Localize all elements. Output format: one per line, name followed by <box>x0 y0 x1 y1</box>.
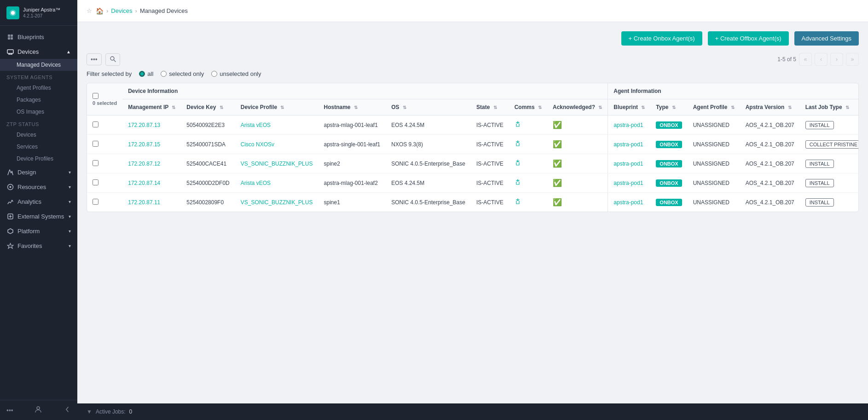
sidebar-item-favorites[interactable]: Favorites ▾ <box>0 238 77 253</box>
acknowledged-cell: ✅ <box>547 135 608 154</box>
sidebar-item-design[interactable]: Design ▾ <box>0 165 77 179</box>
blueprint-link[interactable]: apstra-pod1 <box>613 122 643 128</box>
sidebar-item-external-systems[interactable]: External Systems ▾ <box>0 209 77 224</box>
select-all-checkbox[interactable] <box>93 93 98 99</box>
comms-icon <box>515 179 521 187</box>
col-os[interactable]: OS ⇅ <box>386 99 471 115</box>
col-type[interactable]: Type ⇅ <box>650 99 687 115</box>
col-last-job-type[interactable]: Last Job Type ⇅ <box>800 99 859 115</box>
sidebar-item-resources[interactable]: Resources ▾ <box>0 179 77 194</box>
hostname-cell: apstra-single-001-leaf1 <box>318 135 386 154</box>
blueprint-cell: apstra-pod1 <box>608 193 651 212</box>
management-ip-link[interactable]: 172.20.87.15 <box>128 141 160 148</box>
col-apstra-version[interactable]: Apstra Version ⇅ <box>740 99 800 115</box>
job-type-badge: COLLECT PRISTINE <box>805 140 859 149</box>
col-hostname[interactable]: Hostname ⇅ <box>318 99 386 115</box>
last-job-type-cell: INSTALL <box>800 154 859 173</box>
job-type-badge: INSTALL <box>805 160 834 168</box>
sidebar-item-ztp-devices[interactable]: Devices <box>0 129 77 141</box>
sidebar-item-devices[interactable]: Devices ▲ <box>0 44 77 59</box>
filter-unselected-radio[interactable] <box>211 71 217 77</box>
pagination-last-button[interactable]: » <box>846 53 859 66</box>
comms-cell <box>509 154 547 173</box>
filter-unselected-option[interactable]: unselected only <box>211 70 261 77</box>
device-profile-cell: Cisco NXOSv <box>235 135 318 154</box>
filter-selected-radio[interactable] <box>161 71 167 77</box>
col-comms[interactable]: Comms ⇅ <box>509 99 547 115</box>
collapse-sidebar-icon[interactable] <box>64 406 71 414</box>
device-profile-link[interactable]: Arista vEOS <box>241 180 271 186</box>
management-ip-link[interactable]: 172.20.87.11 <box>128 199 160 206</box>
blueprint-link[interactable]: apstra-pod1 <box>613 161 643 167</box>
col-acknowledged[interactable]: Acknowledged? ⇅ <box>547 99 608 115</box>
table-more-icon[interactable]: ••• <box>87 53 102 65</box>
sidebar-item-analytics[interactable]: Analytics ▾ <box>0 194 77 209</box>
col-state[interactable]: State ⇅ <box>471 99 509 115</box>
sidebar-item-platform[interactable]: Platform ▾ <box>0 224 77 238</box>
breadcrumb-home-icon[interactable]: 🏠 <box>96 7 104 15</box>
favorite-star-icon[interactable]: ☆ <box>87 7 92 14</box>
col-agent-profile[interactable]: Agent Profile ⇅ <box>688 99 740 115</box>
user-icon[interactable] <box>35 406 42 414</box>
table-search-icon[interactable] <box>105 53 120 66</box>
pagination-first-button[interactable]: « <box>799 53 812 66</box>
blueprint-link[interactable]: apstra-pod1 <box>613 141 643 148</box>
col-device-key[interactable]: Device Key ⇅ <box>181 99 235 115</box>
sidebar-item-device-profiles[interactable]: Device Profiles <box>0 153 77 165</box>
comms-cell <box>509 115 547 135</box>
blueprint-link[interactable]: apstra-pod1 <box>613 180 643 186</box>
device-profile-link[interactable]: Arista vEOS <box>241 122 271 128</box>
row-checkbox-cell <box>87 115 122 135</box>
sidebar-item-managed-devices[interactable]: Managed Devices <box>0 59 77 71</box>
row-checkbox[interactable] <box>93 160 98 166</box>
management-ip-link[interactable]: 172.20.87.14 <box>128 180 160 186</box>
row-checkbox[interactable] <box>93 179 98 185</box>
sidebar-item-agent-profiles[interactable]: Agent Profiles <box>0 82 77 94</box>
last-job-type-cell: INSTALL <box>800 193 859 212</box>
filter-all-radio[interactable] <box>139 71 145 77</box>
sidebar-item-blueprints[interactable]: Blueprints <box>0 29 77 44</box>
table-row: 172.20.87.15 525400071SDA Cisco NXOSv ap… <box>87 135 859 154</box>
device-profile-link[interactable]: VS_SONIC_BUZZNIK_PLUS <box>241 199 313 206</box>
sidebar-item-packages[interactable]: Packages <box>0 94 77 106</box>
comms-cell <box>509 173 547 193</box>
breadcrumb-devices[interactable]: Devices <box>111 7 132 14</box>
device-profile-link[interactable]: Cisco NXOSv <box>241 141 274 148</box>
svg-point-10 <box>37 407 40 409</box>
row-checkbox[interactable] <box>93 199 98 205</box>
management-ip-cell: 172.20.87.12 <box>122 154 181 173</box>
col-blueprint[interactable]: Blueprint ⇅ <box>608 99 651 115</box>
management-ip-link[interactable]: 172.20.87.13 <box>128 122 160 128</box>
device-profile-link[interactable]: VS_SONIC_BUZZNIK_PLUS <box>241 161 313 167</box>
pagination-prev-button[interactable]: ‹ <box>815 53 827 66</box>
favorites-icon <box>6 242 14 249</box>
advanced-settings-button[interactable]: Advanced Settings <box>794 31 859 46</box>
sidebar-item-ztp-services[interactable]: Services <box>0 141 77 153</box>
row-checkbox[interactable] <box>93 141 98 147</box>
sidebar-item-design-label: Design <box>17 169 36 176</box>
job-type-badge: INSTALL <box>805 198 834 207</box>
sidebar-item-analytics-label: Analytics <box>17 198 41 205</box>
app-logo <box>6 6 19 19</box>
sidebar-item-os-images[interactable]: OS Images <box>0 106 77 118</box>
table-row: 172.20.87.12 525400CACE41 VS_SONIC_BUZZN… <box>87 154 859 173</box>
footer-collapse-icon[interactable]: ▼ <box>87 408 92 415</box>
col-device-profile[interactable]: Device Profile ⇅ <box>235 99 318 115</box>
acknowledged-icon: ✅ <box>553 179 562 187</box>
device-key-cell: 525400CACE41 <box>181 154 235 173</box>
dots-icon[interactable]: ••• <box>6 407 13 414</box>
filter-all-option[interactable]: all <box>139 70 153 77</box>
row-checkbox[interactable] <box>93 121 98 127</box>
svg-rect-5 <box>11 37 13 40</box>
filter-selected-option[interactable]: selected only <box>161 70 204 77</box>
hostname-cell: apstra-mlag-001-leaf2 <box>318 173 386 193</box>
create-offbox-button[interactable]: + Create Offbox Agent(s) <box>708 31 789 46</box>
management-ip-link[interactable]: 172.20.87.12 <box>128 161 160 167</box>
blueprint-link[interactable]: apstra-pod1 <box>613 199 643 206</box>
acknowledged-cell: ✅ <box>547 115 608 135</box>
col-management-ip[interactable]: Management IP ⇅ <box>122 99 181 115</box>
active-jobs-count: 0 <box>129 408 133 415</box>
pagination-next-button[interactable]: › <box>830 53 843 66</box>
agent-profile-cell: UNASSIGNED <box>688 193 740 212</box>
create-onbox-button[interactable]: + Create Onbox Agent(s) <box>621 31 702 46</box>
